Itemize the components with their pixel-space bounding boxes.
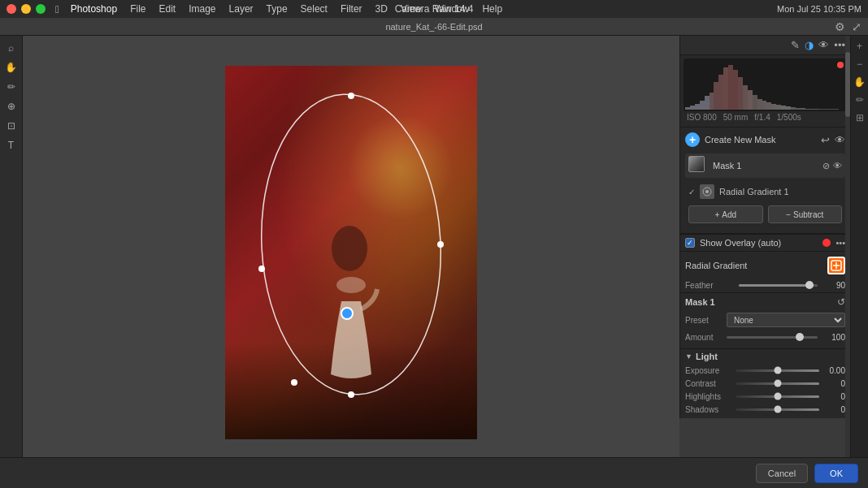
expand-icon[interactable]: ⤢	[852, 20, 861, 33]
feather-row: Feather 90	[680, 278, 850, 292]
mask1-icon-pen[interactable]: ⊘	[822, 161, 830, 171]
close-button[interactable]	[7, 4, 16, 14]
contrast-thumb[interactable]	[774, 380, 781, 387]
focal-value: 50 mm	[723, 113, 749, 122]
shutter-value: 1/500s	[777, 113, 801, 122]
create-mask-label: Create New Mask	[705, 135, 775, 145]
subtract-button[interactable]: − Subtract	[768, 205, 843, 223]
panel-icon-mask[interactable]: ◑	[805, 39, 814, 51]
exposure-thumb[interactable]	[774, 367, 781, 374]
icon-zoom-out[interactable]: −	[853, 57, 867, 71]
feather-thumb[interactable]	[805, 281, 814, 289]
highlights-slider[interactable]	[736, 391, 819, 401]
overlay-more-button[interactable]: •••	[835, 238, 845, 248]
histogram-canvas	[684, 58, 847, 111]
light-section-title: Light	[696, 352, 718, 361]
ok-button[interactable]: OK	[814, 464, 858, 483]
shadows-slider[interactable]	[736, 404, 819, 414]
tool-brush[interactable]: ✏	[2, 78, 20, 96]
feather-slider[interactable]	[739, 279, 818, 291]
minimize-button[interactable]	[21, 4, 31, 14]
panel-icon-edit[interactable]: ✎	[791, 39, 800, 51]
mask1-icon-area	[688, 156, 708, 175]
menu-file[interactable]: File	[125, 3, 150, 15]
mask1-reset-icon[interactable]: ↺	[837, 296, 845, 308]
settings-icon[interactable]: ⚙	[835, 20, 845, 33]
mask1-section-title: Mask 1	[685, 297, 832, 307]
menu-edit[interactable]: Edit	[154, 3, 180, 15]
amount-label: Amount	[685, 333, 722, 342]
cancel-button[interactable]: Cancel	[756, 464, 808, 483]
light-header: ▼ Light	[685, 352, 845, 361]
feather-fill	[739, 284, 809, 287]
menu-right-status: Mon Jul 25 10:35 PM	[777, 4, 861, 14]
shadows-label: Shadows	[685, 405, 732, 414]
tool-text[interactable]: T	[2, 136, 20, 154]
menu-image[interactable]: Image	[184, 3, 220, 15]
add-button[interactable]: + Add	[688, 205, 763, 223]
icon-hand-tool[interactable]: ✋	[853, 75, 867, 89]
exposure-value: 0.00	[822, 366, 845, 375]
contrast-slider[interactable]	[736, 378, 819, 388]
panel-scrollbar[interactable]	[845, 36, 850, 488]
overlay-color-dot[interactable]	[822, 239, 831, 247]
svg-point-4	[705, 190, 709, 193]
image-container	[225, 66, 477, 439]
rg-edit-icon-svg	[831, 260, 842, 271]
menu-select[interactable]: Select	[296, 3, 332, 15]
mask-icon-return[interactable]: ↩	[821, 134, 830, 146]
show-overlay-label: Show Overlay (auto)	[700, 238, 818, 248]
panel-icon-eye[interactable]: 👁	[818, 39, 829, 51]
tool-healing[interactable]: ⊕	[2, 97, 20, 115]
icon-grid[interactable]: ⊞	[853, 110, 867, 125]
preset-select[interactable]: None	[727, 313, 845, 327]
mask-section: + Create New Mask ↩ 👁 Mask 1 ⊘ 👁	[680, 127, 850, 234]
preset-label: Preset	[685, 316, 722, 325]
right-panel: ✎ ◑ 👁 •••	[679, 36, 850, 418]
light-chevron-icon[interactable]: ▼	[685, 352, 692, 361]
apple-icon[interactable]: 	[55, 3, 59, 15]
menu-filter[interactable]: Filter	[336, 3, 367, 15]
mask1-row[interactable]: Mask 1 ⊘ 👁	[685, 153, 845, 178]
icon-brush-alt[interactable]: ✏	[853, 93, 867, 107]
menu-photoshop[interactable]: Photoshop	[66, 3, 122, 15]
system-menu-bar:  Photoshop File Edit Image Layer Type S…	[0, 0, 868, 18]
file-tab-label[interactable]: nature_Kat_-66-Edit.psd	[385, 22, 482, 32]
mask-icon-eye[interactable]: 👁	[835, 134, 845, 146]
radial-gradient-edit-icon[interactable]	[827, 257, 845, 274]
amount-thumb[interactable]	[796, 333, 804, 341]
menu-layer[interactable]: Layer	[224, 3, 258, 15]
mask1-icon-eye[interactable]: 👁	[833, 161, 842, 171]
icon-zoom-in[interactable]: +	[853, 39, 867, 54]
traffic-lights	[7, 4, 46, 14]
create-new-mask-button[interactable]: +	[685, 132, 700, 147]
rg-checkbox[interactable]: ✓	[688, 188, 695, 196]
menu-type[interactable]: Type	[262, 3, 293, 15]
contrast-label: Contrast	[685, 379, 732, 388]
app-title: Camera Raw 14.4	[395, 3, 474, 15]
radial-gradient-row: ✓ Radial Gradient 1	[685, 183, 845, 201]
clipping-warning-dot[interactable]	[837, 62, 844, 68]
svg-point-1	[332, 226, 367, 271]
menu-help[interactable]: Help	[477, 3, 507, 15]
amount-slider[interactable]	[727, 331, 818, 343]
shadows-thumb[interactable]	[774, 406, 781, 413]
scrollbar-thumb[interactable]	[845, 52, 850, 117]
highlights-label: Highlights	[685, 392, 732, 401]
radial-gradient-edit-row: Radial Gradient	[680, 252, 850, 278]
exposure-slider[interactable]	[736, 365, 819, 375]
maximize-button[interactable]	[36, 4, 46, 14]
tool-zoom[interactable]: ⌕	[2, 39, 20, 57]
highlights-thumb[interactable]	[774, 393, 781, 400]
panel-top-icons: ✎ ◑ 👁 •••	[680, 36, 850, 55]
main-layout: ⌕ ✋ ✏ ⊕ ⊡ T	[0, 36, 868, 488]
panel-icon-dots[interactable]: •••	[834, 39, 845, 51]
shadows-value: 0	[822, 405, 845, 414]
amount-row: Amount 100	[685, 329, 845, 345]
overlay-row: ✓ Show Overlay (auto) •••	[680, 234, 850, 252]
highlights-row: Highlights 0	[685, 390, 845, 403]
tool-pan[interactable]: ✋	[2, 58, 20, 76]
menu-3d[interactable]: 3D	[371, 3, 393, 15]
tool-crop[interactable]: ⊡	[2, 117, 20, 135]
show-overlay-checkbox[interactable]: ✓	[685, 238, 695, 248]
